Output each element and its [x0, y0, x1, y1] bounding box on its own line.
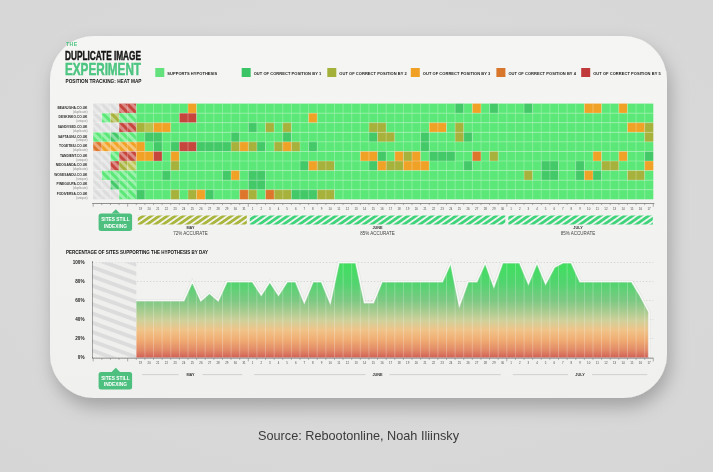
svg-text:20: 20	[415, 207, 419, 211]
svg-text:23: 23	[441, 361, 445, 365]
svg-text:(duplicate): (duplicate)	[73, 129, 87, 133]
svg-text:(duplicate): (duplicate)	[73, 186, 87, 190]
svg-text:25: 25	[458, 361, 462, 365]
svg-text:19: 19	[406, 207, 410, 211]
svg-text:11: 11	[596, 361, 599, 365]
svg-text:JULY: JULY	[575, 373, 585, 377]
svg-text:25: 25	[191, 207, 195, 211]
svg-text:24: 24	[449, 361, 453, 365]
svg-text:20: 20	[148, 207, 152, 211]
svg-text:13: 13	[613, 207, 617, 211]
svg-text:14: 14	[621, 361, 625, 365]
svg-text:10: 10	[329, 207, 333, 211]
svg-text:21: 21	[156, 361, 160, 365]
svg-text:SITES STILL: SITES STILL	[101, 217, 130, 222]
svg-text:25: 25	[458, 207, 462, 211]
svg-text:26: 26	[466, 207, 470, 211]
svg-text:EXPERIMENT: EXPERIMENT	[65, 60, 141, 78]
svg-text:12: 12	[604, 207, 608, 211]
svg-text:(unique): (unique)	[76, 138, 87, 142]
svg-text:JULY: JULY	[573, 226, 583, 230]
svg-text:24: 24	[449, 207, 453, 211]
svg-text:28: 28	[216, 207, 220, 211]
svg-text:15: 15	[372, 207, 376, 211]
svg-text:SUPPORTS HYPOTHESIS: SUPPORTS HYPOTHESIS	[167, 71, 217, 76]
svg-text:17: 17	[647, 361, 651, 365]
svg-text:31: 31	[242, 207, 246, 211]
svg-text:12: 12	[346, 207, 350, 211]
svg-text:MAY: MAY	[186, 226, 195, 230]
svg-text:30: 30	[501, 361, 505, 365]
svg-text:17: 17	[389, 361, 393, 365]
svg-text:29: 29	[225, 361, 229, 365]
svg-text:17: 17	[647, 207, 651, 211]
svg-text:14: 14	[363, 361, 367, 365]
svg-text:OUT OF CORRECT POSITION BY 2: OUT OF CORRECT POSITION BY 2	[339, 71, 407, 76]
svg-text:OUT OF CORRECT POSITION BY 3: OUT OF CORRECT POSITION BY 3	[423, 71, 491, 76]
svg-text:25: 25	[191, 361, 195, 365]
svg-text:20%: 20%	[75, 336, 84, 341]
svg-text:Source: Rebootonline, Noah Ili: Source: Rebootonline, Noah Iliinsky	[258, 429, 460, 443]
svg-text:15: 15	[630, 361, 634, 365]
svg-text:13: 13	[354, 207, 358, 211]
svg-text:24: 24	[182, 207, 186, 211]
svg-text:MAY: MAY	[186, 373, 195, 377]
svg-text:(duplicate): (duplicate)	[73, 148, 87, 152]
svg-text:20: 20	[415, 361, 419, 365]
svg-text:10: 10	[587, 207, 591, 211]
svg-text:22: 22	[165, 207, 169, 211]
svg-text:21: 21	[423, 361, 427, 365]
svg-text:15: 15	[630, 207, 634, 211]
svg-text:(unique): (unique)	[76, 119, 87, 123]
svg-text:16: 16	[380, 361, 384, 365]
svg-text:16: 16	[380, 207, 384, 211]
svg-text:10: 10	[329, 361, 333, 365]
svg-text:18: 18	[397, 207, 401, 211]
svg-text:30: 30	[234, 207, 238, 211]
svg-text:30: 30	[501, 207, 505, 211]
svg-text:40%: 40%	[75, 317, 84, 322]
svg-text:11: 11	[337, 207, 340, 211]
svg-text:INDEXING: INDEXING	[104, 382, 127, 387]
svg-text:16: 16	[639, 207, 643, 211]
svg-text:22: 22	[165, 361, 169, 365]
svg-text:OUT OF CORRECT POSITION BY 1: OUT OF CORRECT POSITION BY 1	[254, 71, 322, 76]
svg-text:OUT OF CORRECT POSITION BY 5: OUT OF CORRECT POSITION BY 5	[593, 71, 661, 76]
svg-text:11: 11	[337, 361, 340, 365]
svg-text:19: 19	[139, 207, 143, 211]
svg-text:15: 15	[372, 361, 376, 365]
svg-text:72% ACCURATE: 72% ACCURATE	[173, 231, 207, 236]
svg-text:85% ACCURATE: 85% ACCURATE	[360, 231, 394, 236]
svg-text:THE: THE	[66, 41, 78, 47]
svg-text:21: 21	[423, 207, 427, 211]
svg-text:100%: 100%	[73, 260, 85, 265]
svg-text:10: 10	[587, 361, 591, 365]
svg-text:12: 12	[346, 361, 350, 365]
svg-text:12: 12	[604, 361, 608, 365]
svg-text:28: 28	[216, 361, 220, 365]
svg-text:PERCENTAGE OF SITES SUPPORTING: PERCENTAGE OF SITES SUPPORTING THE HYPOT…	[66, 249, 208, 255]
svg-text:26: 26	[199, 361, 203, 365]
svg-text:22: 22	[432, 207, 436, 211]
svg-text:16: 16	[639, 361, 643, 365]
svg-text:80%: 80%	[75, 279, 84, 284]
svg-text:29: 29	[492, 207, 496, 211]
svg-text:13: 13	[613, 361, 617, 365]
svg-text:14: 14	[363, 207, 367, 211]
svg-text:19: 19	[139, 361, 143, 365]
svg-text:27: 27	[208, 361, 212, 365]
svg-text:JUNE: JUNE	[372, 373, 383, 377]
svg-text:22: 22	[432, 361, 436, 365]
svg-text:INDEXING: INDEXING	[104, 224, 127, 229]
svg-text:27: 27	[475, 207, 479, 211]
svg-text:24: 24	[182, 361, 186, 365]
svg-text:19: 19	[406, 361, 410, 365]
svg-text:23: 23	[173, 361, 177, 365]
svg-text:17: 17	[389, 207, 393, 211]
svg-text:31: 31	[242, 361, 246, 365]
svg-text:(unique): (unique)	[76, 177, 87, 181]
svg-text:JUNE: JUNE	[372, 226, 383, 230]
svg-text:28: 28	[484, 361, 488, 365]
svg-text:14: 14	[621, 207, 625, 211]
svg-text:28: 28	[484, 207, 488, 211]
